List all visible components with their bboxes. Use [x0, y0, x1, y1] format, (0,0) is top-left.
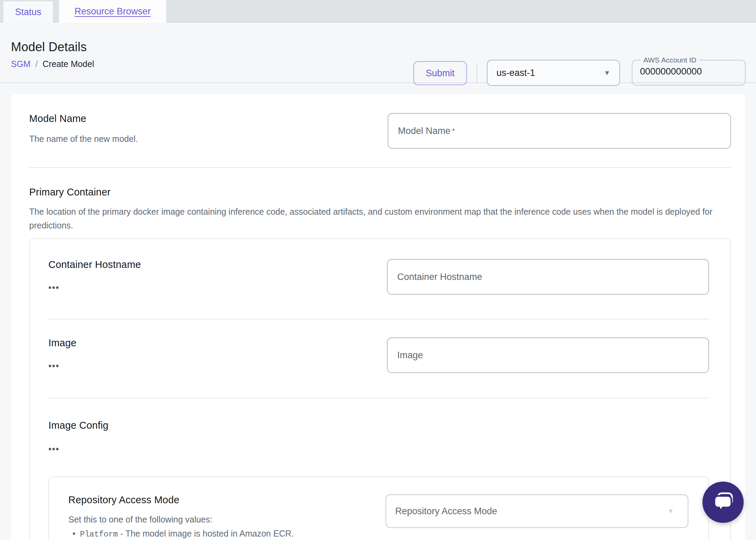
chat-launcher-button[interactable] — [702, 482, 744, 523]
primary-container-section: Primary Container The location of the pr… — [29, 168, 731, 540]
model-name-placeholder: Model Name — [398, 126, 450, 136]
model-name-description: The name of the new model. — [29, 132, 138, 146]
page-header: Model Details SGM / Create Model Submit … — [0, 23, 756, 83]
image-labels: Image ••• — [48, 337, 77, 370]
repository-access-mode-select[interactable]: Repository Access Mode ▼ — [386, 494, 688, 528]
image-config-section: Image Config ••• Repository Access Mode … — [48, 398, 709, 540]
header-controls: Submit us-east-1 ▼ AWS Account ID 000000… — [413, 58, 746, 86]
tab-resource-browser-label: Resource Browser — [75, 6, 151, 17]
tab-status-label: Status — [15, 7, 42, 18]
model-name-row: Model Name The name of the new model. Mo… — [29, 94, 731, 167]
container-hostname-input[interactable]: Container Hostname — [387, 259, 709, 295]
primary-container-card: Container Hostname ••• Container Hostnam… — [29, 238, 731, 540]
more-options-icon[interactable]: ••• — [48, 362, 59, 369]
model-name-heading: Model Name — [29, 113, 138, 124]
container-hostname-row: Container Hostname ••• Container Hostnam… — [48, 239, 709, 319]
region-select-value: us-east-1 — [496, 68, 535, 78]
aws-account-id-field[interactable]: AWS Account ID 000000000000 — [632, 56, 746, 86]
page-title: Model Details — [11, 23, 756, 54]
tab-status[interactable]: Status — [3, 1, 53, 23]
breadcrumb-current: Create Model — [43, 59, 94, 69]
tab-bar: Status Resource Browser — [0, 0, 756, 23]
repository-access-mode-labels: Repository Access Mode Set this to one o… — [68, 494, 360, 540]
repository-access-mode-description: Set this to one of the following values: — [68, 514, 360, 525]
repository-access-mode-heading: Repository Access Mode — [68, 494, 360, 506]
repository-access-mode-options-list: Platform - The model image is hosted in … — [68, 528, 360, 540]
model-details-card: Model Name The name of the new model. Mo… — [10, 93, 746, 540]
region-select[interactable]: us-east-1 ▼ — [487, 60, 620, 86]
more-options-icon[interactable]: ••• — [48, 284, 59, 291]
container-hostname-labels: Container Hostname ••• — [48, 259, 141, 292]
image-config-card: Repository Access Mode Set this to one o… — [48, 476, 709, 540]
image-row: Image ••• Image — [48, 319, 709, 398]
container-hostname-placeholder: Container Hostname — [397, 272, 482, 282]
breadcrumb-separator: / — [35, 59, 38, 69]
option-code: Platform — [80, 530, 118, 539]
tab-resource-browser[interactable]: Resource Browser — [59, 0, 166, 23]
image-heading: Image — [48, 337, 77, 349]
required-marker: * — [452, 127, 455, 135]
repository-access-mode-row: Repository Access Mode Set this to one o… — [68, 494, 688, 540]
primary-container-heading: Primary Container — [29, 187, 731, 198]
chevron-down-icon: ▼ — [604, 69, 610, 77]
option-text: - The model image is hosted in Amazon EC… — [118, 529, 294, 538]
aws-account-id-label: AWS Account ID — [641, 56, 699, 64]
breadcrumb-sgm-link[interactable]: SGM — [11, 59, 31, 69]
container-hostname-heading: Container Hostname — [48, 259, 141, 270]
submit-button[interactable]: Submit — [413, 61, 467, 85]
more-options-icon[interactable]: ••• — [48, 446, 709, 452]
model-name-labels: Model Name The name of the new model. — [29, 113, 138, 146]
aws-account-id-value: 000000000000 — [640, 66, 745, 77]
repository-access-mode-placeholder: Repository Access Mode — [395, 506, 497, 517]
image-placeholder: Image — [397, 350, 423, 361]
primary-container-description: The location of the primary docker image… — [29, 205, 731, 232]
image-input[interactable]: Image — [387, 337, 709, 373]
image-config-heading: Image Config — [48, 420, 709, 431]
chat-bubble-icon — [712, 492, 734, 513]
header-divider — [477, 63, 477, 83]
list-item: Platform - The model image is hosted in … — [68, 528, 360, 540]
model-name-input[interactable]: Model Name * — [388, 113, 731, 149]
chevron-down-icon: ▼ — [667, 507, 674, 515]
